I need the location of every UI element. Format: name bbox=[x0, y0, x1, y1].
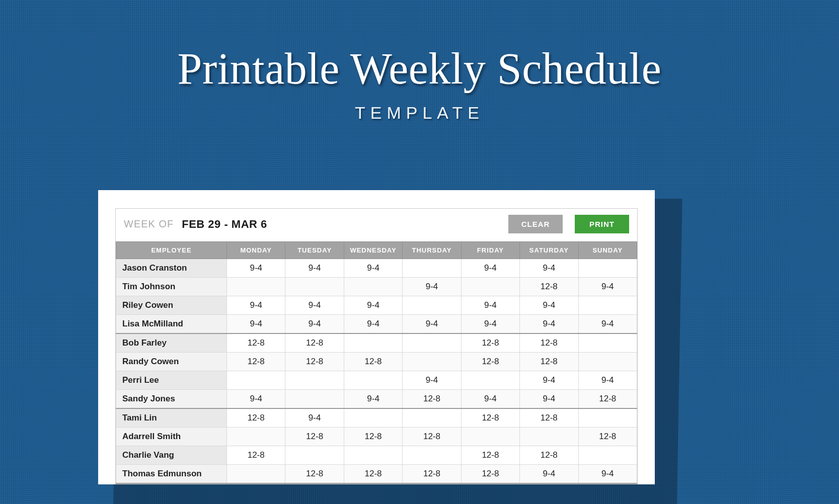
shift-cell bbox=[403, 259, 461, 278]
table-header: EMPLOYEE MONDAY TUESDAY WEDNESDAY THURSD… bbox=[116, 242, 637, 259]
col-thursday: THURSDAY bbox=[403, 242, 461, 259]
col-monday: MONDAY bbox=[227, 242, 285, 259]
shift-cell: 12-8 bbox=[520, 408, 578, 428]
shift-cell: 12-8 bbox=[520, 353, 578, 371]
shift-cell: 12-8 bbox=[285, 428, 344, 446]
shift-cell bbox=[285, 371, 344, 390]
table-row: Bob Farley12-812-812-812-8 bbox=[116, 333, 637, 353]
shift-cell: 9-4 bbox=[344, 296, 402, 315]
shift-cell bbox=[461, 428, 519, 446]
date-range: FEB 29 - MAR 6 bbox=[182, 218, 267, 231]
shift-cell bbox=[578, 353, 637, 371]
shift-cell: 12-8 bbox=[461, 465, 519, 484]
table-row: Jason Cranston9-49-49-49-49-4 bbox=[116, 259, 637, 278]
col-wednesday: WEDNESDAY bbox=[344, 242, 402, 259]
table-body: Jason Cranston9-49-49-49-49-4Tim Johnson… bbox=[116, 259, 637, 484]
shift-cell: 9-4 bbox=[344, 390, 402, 409]
table-row: Randy Cowen12-812-812-812-812-8 bbox=[116, 353, 637, 371]
shift-cell: 9-4 bbox=[403, 315, 461, 334]
employee-name: Charlie Vang bbox=[116, 446, 227, 465]
table-row: Charlie Vang12-812-812-8 bbox=[116, 446, 637, 465]
shift-cell bbox=[520, 428, 578, 446]
schedule-table: EMPLOYEE MONDAY TUESDAY WEDNESDAY THURSD… bbox=[116, 241, 637, 484]
shift-cell: 12-8 bbox=[461, 446, 519, 465]
shift-cell bbox=[403, 353, 461, 371]
shift-cell: 9-4 bbox=[403, 278, 461, 296]
shift-cell: 12-8 bbox=[578, 390, 637, 409]
shift-cell: 12-8 bbox=[285, 465, 344, 484]
shift-cell: 9-4 bbox=[285, 259, 344, 278]
shift-cell: 9-4 bbox=[344, 315, 402, 334]
employee-name: Jason Cranston bbox=[116, 259, 227, 278]
shift-cell: 12-8 bbox=[520, 278, 578, 296]
shift-cell: 12-8 bbox=[285, 333, 344, 353]
shift-cell bbox=[344, 333, 402, 353]
clear-button[interactable]: CLEAR bbox=[508, 215, 563, 233]
shift-cell bbox=[344, 446, 402, 465]
shift-cell: 9-4 bbox=[285, 315, 344, 334]
shift-cell: 9-4 bbox=[461, 390, 519, 409]
shift-cell: 12-8 bbox=[520, 446, 578, 465]
shift-cell bbox=[403, 333, 461, 353]
shift-cell: 12-8 bbox=[227, 408, 285, 428]
shift-cell: 9-4 bbox=[578, 278, 637, 296]
table-row: Tami Lin12-89-412-812-8 bbox=[116, 408, 637, 428]
shift-cell bbox=[578, 333, 637, 353]
employee-name: Bob Farley bbox=[116, 333, 227, 353]
hero: Printable Weekly Schedule TEMPLATE bbox=[0, 0, 839, 123]
shift-cell: 12-8 bbox=[344, 353, 402, 371]
shift-cell bbox=[578, 296, 637, 315]
shift-cell: 12-8 bbox=[285, 353, 344, 371]
shift-cell: 12-8 bbox=[227, 333, 285, 353]
employee-name: Adarrell Smith bbox=[116, 428, 227, 446]
shift-cell bbox=[461, 278, 519, 296]
shift-cell: 12-8 bbox=[344, 465, 402, 484]
shift-cell: 9-4 bbox=[578, 465, 637, 484]
shift-cell bbox=[227, 278, 285, 296]
shift-cell bbox=[403, 296, 461, 315]
shift-cell: 9-4 bbox=[285, 296, 344, 315]
table-row: Sandy Jones9-49-412-89-49-412-8 bbox=[116, 390, 637, 409]
shift-cell: 9-4 bbox=[403, 371, 461, 390]
shift-cell: 12-8 bbox=[461, 408, 519, 428]
col-friday: FRIDAY bbox=[461, 242, 519, 259]
shift-cell bbox=[344, 278, 402, 296]
print-button[interactable]: PRINT bbox=[575, 215, 629, 233]
shift-cell: 9-4 bbox=[578, 371, 637, 390]
table-row: Riley Cowen9-49-49-49-49-4 bbox=[116, 296, 637, 315]
employee-name: Perri Lee bbox=[116, 371, 227, 390]
table-row: Tim Johnson9-412-89-4 bbox=[116, 278, 637, 296]
shift-cell: 9-4 bbox=[461, 296, 519, 315]
shift-cell: 12-8 bbox=[520, 333, 578, 353]
shift-cell bbox=[344, 371, 402, 390]
shift-cell bbox=[227, 371, 285, 390]
shift-cell bbox=[285, 390, 344, 409]
shift-cell: 9-4 bbox=[227, 315, 285, 334]
col-employee: EMPLOYEE bbox=[116, 242, 227, 259]
shift-cell bbox=[403, 446, 461, 465]
shift-cell: 9-4 bbox=[520, 371, 578, 390]
shift-cell: 9-4 bbox=[520, 315, 578, 334]
shift-cell: 9-4 bbox=[520, 390, 578, 409]
shift-cell: 9-4 bbox=[227, 259, 285, 278]
employee-name: Tim Johnson bbox=[116, 278, 227, 296]
schedule-sheet: WEEK OF FEB 29 - MAR 6 CLEAR PRINT EMPLO… bbox=[98, 190, 655, 484]
hero-title: Printable Weekly Schedule bbox=[0, 43, 839, 94]
shift-cell: 9-4 bbox=[520, 465, 578, 484]
shift-cell: 12-8 bbox=[461, 333, 519, 353]
shift-cell: 9-4 bbox=[227, 390, 285, 409]
shift-cell bbox=[285, 278, 344, 296]
shift-cell bbox=[578, 408, 637, 428]
shift-cell bbox=[227, 428, 285, 446]
shift-cell: 12-8 bbox=[344, 428, 402, 446]
table-row: Lisa McMilland9-49-49-49-49-49-49-4 bbox=[116, 315, 637, 334]
col-saturday: SATURDAY bbox=[520, 242, 578, 259]
table-row: Perri Lee9-49-49-4 bbox=[116, 371, 637, 390]
shift-cell bbox=[578, 446, 637, 465]
shift-cell: 12-8 bbox=[461, 353, 519, 371]
shift-cell: 9-4 bbox=[520, 259, 578, 278]
shift-cell: 9-4 bbox=[227, 296, 285, 315]
shift-cell bbox=[227, 465, 285, 484]
sheet-inner: WEEK OF FEB 29 - MAR 6 CLEAR PRINT EMPLO… bbox=[115, 208, 638, 484]
table-row: Adarrell Smith12-812-812-812-8 bbox=[116, 428, 637, 446]
